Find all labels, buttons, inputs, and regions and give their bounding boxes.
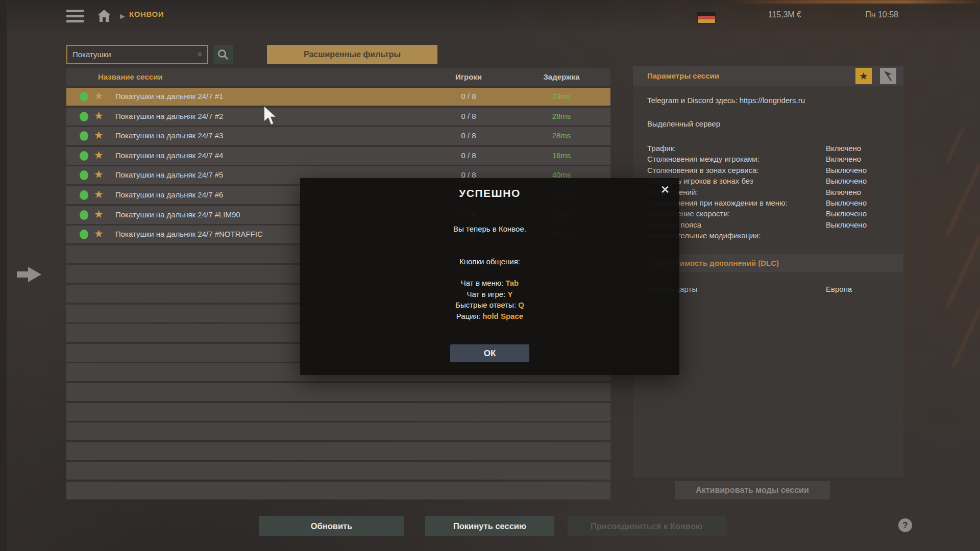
panel-header: Параметры сессии ★ (633, 66, 903, 86)
session-row[interactable]: ★Покатушки на дальняк 24/7 #20 / 828ms (66, 108, 610, 126)
german-flag-icon (698, 12, 715, 23)
map-module-value: Европа (826, 285, 852, 293)
help-button[interactable]: ? (898, 518, 912, 532)
refresh-button[interactable]: Обновить (259, 516, 404, 536)
binding-label: Чат в игре: (467, 290, 507, 298)
param-value: Включено (826, 154, 897, 164)
session-name: Покатушки на дальняк 24/7 #1 (115, 92, 223, 101)
session-row[interactable]: ★Покатушки на дальняк 24/7 #10 / 823ms (66, 88, 610, 106)
key-binding-line: Чат в меню: Tab (300, 278, 679, 289)
session-table-header: Название сессии Игроки Задержка (66, 68, 610, 86)
advanced-filters-button[interactable]: Расширенные фильтры (267, 45, 437, 64)
binding-key: Tab (506, 279, 519, 287)
panel-title: Параметры сессии (647, 71, 719, 80)
online-status-icon (80, 131, 88, 141)
param-label: Трафик: (647, 143, 823, 154)
empty-session-row (66, 442, 610, 460)
activate-session-mods-button[interactable]: Активировать моды сессии (675, 481, 830, 499)
session-name: Покатушки на дальняк 24/7 #LIM90 (115, 210, 240, 219)
session-name: Покатушки на дальняк 24/7 #4 (115, 151, 223, 160)
online-status-icon (80, 210, 88, 220)
favorite-star-icon: ★ (94, 129, 104, 141)
param-value: Выключено (826, 208, 897, 219)
session-name: Покатушки на дальняк 24/7 #NOTRAFFIC (115, 230, 263, 238)
param-label: Столкновения между игроками: (647, 154, 823, 164)
session-name: Покатушки на дальняк 24/7 #3 (115, 131, 223, 140)
breadcrumb-chevron-icon: ▶ (120, 12, 125, 20)
column-session-name[interactable]: Название сессии (98, 72, 163, 81)
background-light-streak (947, 128, 980, 367)
param-value: Выключено (826, 197, 897, 208)
empty-session-row (66, 482, 610, 499)
dialog-message: Вы теперь в Конвое. (300, 224, 679, 233)
clear-x-icon[interactable]: × (198, 50, 202, 59)
online-status-icon (80, 190, 88, 200)
flag-icon (884, 71, 893, 81)
convoy-browser-screen: ▶ КОНВОИ 115,3M € Пн 10:58 Покатушки × Р… (0, 0, 980, 551)
search-button[interactable] (213, 45, 233, 64)
empty-session-row (66, 403, 610, 421)
key-binding-line: Чат в игре: Y (300, 289, 679, 300)
server-type: Выделенный сервер (647, 119, 720, 128)
empty-session-row (66, 422, 610, 440)
session-row[interactable]: ★Покатушки на дальняк 24/7 #40 / 816ms (66, 147, 610, 165)
leave-session-button[interactable]: Покинуть сессию (425, 516, 554, 536)
session-latency: 28ms (516, 112, 607, 120)
home-button[interactable] (95, 8, 113, 24)
online-status-icon (80, 151, 88, 161)
column-latency[interactable]: Задержка (516, 72, 607, 81)
session-players: 0 / 8 (428, 92, 509, 101)
menu-hamburger-icon[interactable] (66, 10, 84, 24)
favorite-star-icon: ★ (94, 149, 104, 161)
param-value: Выключено (826, 219, 897, 230)
join-convoy-button[interactable]: Присоединиться к Конвою (568, 516, 726, 536)
ok-button[interactable]: ОК (450, 344, 529, 362)
session-row[interactable]: ★Покатушки на дальняк 24/7 #30 / 828ms (66, 127, 610, 145)
favorite-star-icon: ★ (94, 110, 104, 122)
online-status-icon (80, 92, 88, 102)
session-description: Telegram и Discord здесь: https://longri… (647, 96, 805, 105)
param-value: Выключено (826, 176, 897, 186)
magnifier-icon (217, 49, 229, 60)
favorite-star-icon: ★ (94, 188, 104, 201)
binding-key: Q (518, 300, 524, 309)
left-edge-strip (0, 0, 7, 551)
favorite-star-icon: ★ (94, 228, 104, 240)
arrow-right-icon (17, 267, 42, 282)
session-name: Покатушки на дальняк 24/7 #6 (115, 190, 223, 199)
binding-key: Y (508, 290, 513, 298)
online-status-icon (80, 170, 88, 180)
breadcrumb[interactable]: КОНВОИ (129, 10, 164, 18)
favorite-star-icon: ★ (94, 168, 104, 181)
expand-sidebar-button[interactable] (17, 267, 42, 284)
param-value: Включено (826, 143, 897, 154)
key-binding-line: Быстрые ответы: Q (300, 299, 679, 311)
online-status-icon (80, 230, 88, 239)
session-latency: 23ms (516, 92, 607, 101)
key-binding-line: Рация: hold Space (300, 311, 679, 322)
binding-label: Рация: (456, 312, 482, 320)
empty-session-row (66, 462, 610, 480)
session-param-values: ВключеноВключеноВыключеноВыключеноВключе… (826, 143, 897, 230)
report-flag-button[interactable] (880, 68, 896, 84)
session-players: 0 / 8 (428, 112, 509, 120)
session-latency: 16ms (516, 151, 607, 160)
param-label: Столкновения в зонах сервиса: (647, 165, 823, 176)
key-bindings-list: Чат в меню: TabЧат в игре: YБыстрые отве… (300, 278, 679, 321)
param-value: Включено (826, 187, 897, 197)
session-players: 0 / 8 (428, 151, 509, 160)
session-players: 0 / 8 (428, 131, 509, 140)
home-icon (97, 10, 111, 22)
dialog-title: УСПЕШНО (300, 187, 679, 199)
binding-label: Чат в меню: (461, 279, 506, 287)
search-input[interactable]: Покатушки × (66, 45, 208, 64)
session-name: Покатушки на дальняк 24/7 #2 (115, 112, 223, 120)
empty-session-row (66, 383, 610, 401)
session-name: Покатушки на дальняк 24/7 #5 (115, 170, 223, 179)
close-icon[interactable]: ✕ (657, 182, 673, 197)
param-value: Выключено (826, 165, 897, 176)
favorite-star-icon: ★ (94, 90, 104, 102)
column-players[interactable]: Игроки (428, 72, 509, 81)
favorite-button[interactable]: ★ (855, 68, 872, 84)
money-balance: 115,3M € (735, 10, 801, 19)
